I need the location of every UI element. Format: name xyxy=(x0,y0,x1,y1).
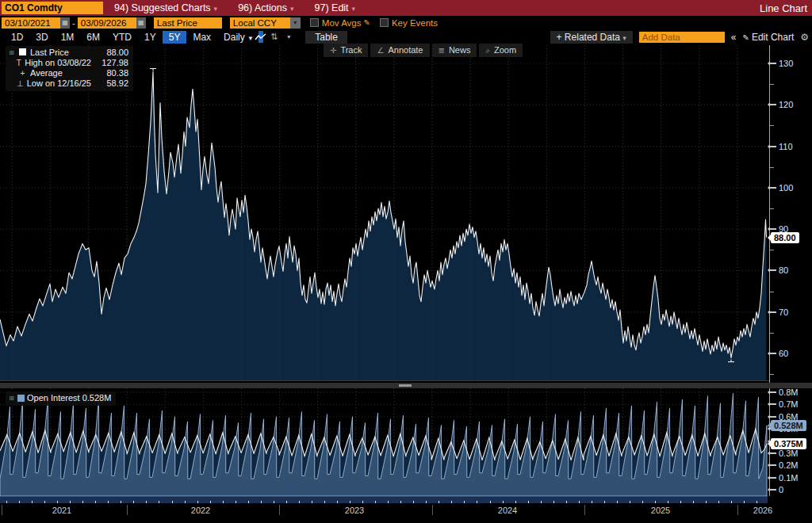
price-axis-tick xyxy=(770,269,776,271)
year-separator xyxy=(127,505,128,515)
price-axis-tick xyxy=(770,63,776,64)
range-tab-1y[interactable]: 1Y xyxy=(138,31,163,44)
range-tab-5y[interactable]: 5Y xyxy=(163,31,187,44)
year-separator xyxy=(2,505,2,515)
price-axis-tick xyxy=(770,104,776,105)
avg-marker-icon: + xyxy=(17,68,28,78)
range-tab-max[interactable]: Max xyxy=(186,31,217,44)
field-selector[interactable]: Last Price xyxy=(154,17,222,29)
month-tick xyxy=(324,501,325,503)
gear-icon[interactable]: ⚙ xyxy=(800,32,809,43)
month-tick xyxy=(172,501,173,503)
range-tab-1m[interactable]: 1M xyxy=(55,31,81,44)
legend-value: 58.92 xyxy=(94,78,128,89)
collapse-panel-button[interactable]: « xyxy=(731,32,737,43)
month-tick xyxy=(439,501,439,503)
menu-item-actions[interactable]: 96) Actions▾ xyxy=(238,2,293,13)
time-axis-strip[interactable] xyxy=(0,496,768,503)
legend-expander-icon[interactable]: ⊞ xyxy=(8,48,15,58)
range-tab-ytd[interactable]: YTD xyxy=(106,31,138,44)
chart-tool-news[interactable]: ≣News xyxy=(432,44,477,57)
month-tick xyxy=(32,501,33,503)
price-legend[interactable]: ⊞Last Price88.00THigh on 03/08/22127.98+… xyxy=(6,46,133,91)
legend-label: Low on 12/16/25 xyxy=(27,78,91,89)
month-tick xyxy=(413,501,414,503)
annotate-pencil-icon: ∠ xyxy=(377,46,384,55)
month-tick xyxy=(350,501,350,503)
chart-tool-track[interactable]: ✛Track xyxy=(324,44,368,57)
menu-item-suggested-charts[interactable]: 94) Suggested Charts▾ xyxy=(114,2,217,13)
price-axis-label: 110 xyxy=(779,142,793,151)
open-interest-value: 0.528M xyxy=(82,393,112,403)
add-data-input[interactable] xyxy=(639,32,725,43)
chart-tool-zoom[interactable]: ⌕Zoom xyxy=(479,44,523,57)
range-tab-6m[interactable]: 6M xyxy=(80,31,106,44)
month-tick xyxy=(464,501,465,503)
legend-value: 127.98 xyxy=(94,58,128,68)
price-axis-minor-tick xyxy=(770,292,774,292)
chevron-down-icon: ▾ xyxy=(290,5,294,13)
bloomberg-line-chart-window: CO1 Comdty 94) Suggested Charts▾96) Acti… xyxy=(0,0,812,523)
price-panel-baseline xyxy=(0,380,769,381)
line-chart-type-button[interactable] xyxy=(259,31,263,43)
oi-axis-tick xyxy=(770,464,776,466)
month-tick xyxy=(236,501,236,503)
date-from-input[interactable]: 03/10/2021 xyxy=(2,17,60,29)
month-tick xyxy=(693,501,694,503)
calendar-icon[interactable]: ▦ xyxy=(60,17,70,29)
mov-avgs-checkbox[interactable] xyxy=(310,18,319,27)
chart-tool-annotate[interactable]: ∠Annotate xyxy=(370,44,429,57)
currency-selector[interactable]: Local CCY xyxy=(230,17,290,29)
month-tick xyxy=(375,501,376,503)
range-tab-3d[interactable]: 3D xyxy=(29,31,54,44)
oi-axis-label: 0.3M xyxy=(779,449,798,458)
date-to-input[interactable]: 03/09/2026 xyxy=(78,17,136,29)
chevron-down-icon[interactable]: ▾ xyxy=(285,31,293,43)
year-label-2021: 2021 xyxy=(52,506,71,515)
panel-divider[interactable] xyxy=(0,383,812,388)
key-events-checkbox[interactable] xyxy=(380,18,389,27)
chart-floating-toolbar: ✛Track∠Annotate≣News⌕Zoom xyxy=(324,44,523,57)
open-interest-label: Open Interest xyxy=(27,393,80,403)
month-tick xyxy=(579,501,580,503)
oi-axis-label: 0.7M xyxy=(779,399,798,409)
month-tick xyxy=(528,501,529,503)
month-tick xyxy=(223,501,224,503)
price-chart-plot[interactable] xyxy=(0,45,769,381)
track-crosshair-icon: ✛ xyxy=(330,46,336,55)
last-price-axis-bubble: 88.00 xyxy=(771,232,799,243)
price-axis-minor-tick xyxy=(770,125,774,126)
period-selector[interactable]: Daily ▼ xyxy=(224,32,254,43)
pencil-icon[interactable]: ✎ xyxy=(364,18,370,27)
price-axis-label: 80 xyxy=(779,265,788,275)
open-interest-legend[interactable]: ⊞ Open Interest 0.528M xyxy=(6,391,116,406)
month-tick xyxy=(388,501,389,503)
month-tick xyxy=(477,501,477,503)
calendar-icon[interactable]: ▦ xyxy=(136,17,146,29)
year-label-2022: 2022 xyxy=(191,506,210,515)
oi-axis-label: 0.2M xyxy=(779,460,798,470)
month-tick xyxy=(248,501,249,503)
key-events-label: Key Events xyxy=(392,18,438,28)
related-data-button[interactable]: + Related Data ▾ xyxy=(550,31,633,44)
menu-item-edit[interactable]: 97) Edit▾ xyxy=(315,2,356,13)
low-marker-icon: ⊥ xyxy=(16,78,24,89)
month-tick xyxy=(108,501,109,503)
oi-axis-label: 0.8M xyxy=(779,387,798,397)
chevron-down-icon[interactable]: ▾ xyxy=(290,17,301,29)
range-tab-1d[interactable]: 1D xyxy=(5,31,29,44)
compare-axes-icon[interactable]: ⇅ xyxy=(268,31,280,43)
divider-drag-handle[interactable] xyxy=(399,384,412,387)
month-tick xyxy=(680,501,681,503)
window-title: Line Chart xyxy=(760,2,807,14)
oi-axis-tick xyxy=(770,477,776,479)
table-button[interactable]: Table xyxy=(305,31,347,44)
security-ticker-input[interactable]: CO1 Comdty xyxy=(2,2,103,14)
price-axis-label: 100 xyxy=(779,183,793,193)
edit-chart-button[interactable]: ✎Edit Chart xyxy=(742,32,794,43)
legend-expander-icon[interactable]: ⊞ xyxy=(8,393,15,403)
month-tick xyxy=(706,501,707,503)
month-tick xyxy=(70,501,71,503)
chevron-down-icon: ▼ xyxy=(247,35,254,42)
menu-container: 94) Suggested Charts▾96) Actions▾97) Edi… xyxy=(114,2,355,13)
